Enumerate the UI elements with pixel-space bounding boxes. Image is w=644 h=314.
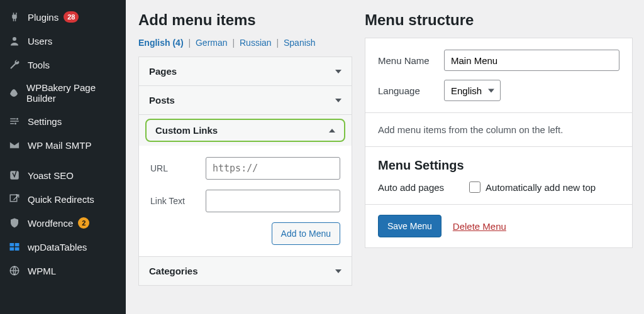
sidebar-item-label: Settings — [28, 116, 62, 127]
accordion-title: Pages — [149, 66, 177, 77]
svg-point-0 — [13, 37, 16, 41]
sidebar-item-settings[interactable]: Settings — [0, 109, 126, 133]
svg-point-2 — [14, 122, 16, 124]
custom-link-text-input[interactable] — [206, 190, 340, 212]
sidebar-item-wpdatatables[interactable]: wpDataTables — [0, 235, 126, 259]
language-option-spanish[interactable]: Spanish — [284, 38, 316, 48]
menu-actions-footer: Save Menu Delete Menu — [365, 204, 632, 247]
language-option-russian[interactable]: Russian — [240, 38, 272, 48]
chevron-up-icon — [329, 129, 335, 133]
shield-icon — [8, 217, 21, 229]
sidebar-item-label: Tools — [28, 60, 50, 70]
sidebar-item-users[interactable]: Users — [0, 29, 126, 53]
sidebar-item-label: WPML — [28, 266, 56, 276]
auto-add-pages-checkbox-label[interactable]: Automatically add new top — [469, 181, 596, 193]
add-to-menu-button[interactable]: Add to Menu — [272, 222, 340, 245]
plugins-update-badge: 28 — [64, 11, 79, 23]
sidebar-separator — [0, 157, 126, 163]
accordion-item-posts: Posts — [139, 85, 352, 114]
save-menu-button[interactable]: Save Menu — [378, 215, 441, 237]
svg-rect-6 — [15, 243, 19, 246]
accordion-toggle-custom-links[interactable]: Custom Links — [139, 115, 352, 146]
menu-items-accordion: Pages Posts Custom Links — [138, 57, 352, 286]
plug-icon — [8, 11, 21, 23]
svg-rect-5 — [10, 243, 14, 246]
menu-meta-section: Menu Name Language English — [365, 38, 632, 112]
language-option-english[interactable]: English (4) — [138, 38, 184, 48]
sidebar-item-tools[interactable]: Tools — [0, 53, 126, 77]
sidebar-item-plugins[interactable]: Plugins 28 — [0, 5, 126, 29]
sidebar-item-wordfence[interactable]: Wordfence 2 — [0, 211, 126, 235]
menu-language-select[interactable]: English — [444, 80, 501, 101]
yoast-icon — [8, 169, 21, 181]
auto-add-pages-checkbox[interactable] — [469, 181, 480, 193]
add-menu-items-column: Add menu items English (4) | German | Ru… — [138, 11, 352, 303]
admin-sidebar: Plugins 28 Users Tools WPBakery Page Bui… — [0, 0, 126, 314]
chevron-down-icon — [335, 269, 341, 273]
globe-icon — [8, 264, 21, 277]
svg-rect-7 — [10, 247, 14, 251]
menu-structure-column: Menu structure Menu Name Language Englis… — [365, 11, 633, 303]
menu-structure-heading: Menu structure — [365, 11, 633, 29]
menu-settings-heading: Menu Settings — [378, 158, 619, 173]
menu-empty-hint-section: Add menu items from the column on the le… — [365, 112, 632, 146]
custom-link-url-input[interactable] — [206, 157, 340, 180]
redirect-icon — [8, 193, 21, 205]
menu-name-input[interactable] — [444, 50, 619, 71]
accordion-toggle-categories[interactable]: Categories — [139, 257, 352, 285]
wordfence-notice-badge: 2 — [78, 217, 89, 229]
accordion-item-pages: Pages — [139, 57, 352, 85]
wpbakery-icon — [8, 87, 20, 99]
svg-rect-8 — [15, 247, 19, 251]
menu-language-label: Language — [378, 85, 444, 96]
user-icon — [8, 35, 21, 47]
sidebar-item-label: Yoast SEO — [28, 170, 74, 181]
language-switcher: English (4) | German | Russian | Spanish — [138, 38, 352, 48]
custom-links-body: URL Link Text Add to Menu — [139, 146, 352, 256]
mail-icon — [8, 139, 21, 151]
chevron-down-icon — [335, 70, 341, 73]
main-content: Add menu items English (4) | German | Ru… — [126, 0, 644, 314]
menu-empty-hint: Add menu items from the column on the le… — [378, 124, 619, 135]
chevron-down-icon — [335, 99, 341, 102]
wpdatatables-icon — [8, 241, 21, 253]
accordion-item-categories: Categories — [139, 256, 352, 285]
accordion-item-custom-links: Custom Links URL Link Text Add to Menu — [139, 114, 352, 256]
sidebar-item-label: WPBakery Page Builder — [26, 82, 118, 104]
sidebar-item-label: WP Mail SMTP — [28, 140, 91, 151]
sidebar-item-label: Users — [28, 36, 52, 46]
language-option-german[interactable]: German — [196, 38, 228, 48]
menu-settings-section: Menu Settings Auto add pages Automatical… — [365, 146, 632, 204]
sidebar-item-yoast[interactable]: Yoast SEO — [0, 163, 126, 187]
delete-menu-link[interactable]: Delete Menu — [453, 221, 506, 232]
sliders-icon — [8, 115, 21, 127]
sidebar-item-label: Wordfence — [28, 218, 73, 229]
accordion-title: Custom Links — [155, 125, 218, 136]
accordion-title: Posts — [149, 95, 175, 106]
svg-point-1 — [16, 118, 18, 120]
wrench-icon — [8, 58, 21, 71]
sidebar-item-wpml[interactable]: WPML — [0, 259, 126, 283]
sidebar-item-wpbakery[interactable]: WPBakery Page Builder — [0, 77, 126, 109]
sidebar-item-quickredirects[interactable]: Quick Redirects — [0, 187, 126, 211]
accordion-toggle-pages[interactable]: Pages — [139, 57, 352, 85]
sidebar-item-label: wpDataTables — [28, 242, 87, 252]
menu-structure-panel: Menu Name Language English Add menu item… — [365, 38, 633, 248]
sidebar-item-wpmailsmtp[interactable]: WP Mail SMTP — [0, 133, 126, 157]
auto-add-pages-checkbox-text: Automatically add new top — [486, 182, 596, 193]
sidebar-item-label: Plugins — [28, 12, 58, 23]
sidebar-item-label: Quick Redirects — [28, 194, 94, 205]
auto-add-pages-label: Auto add pages — [378, 182, 444, 193]
accordion-title: Categories — [149, 266, 198, 276]
add-menu-items-heading: Add menu items — [138, 11, 352, 29]
menu-name-label: Menu Name — [378, 55, 444, 66]
link-text-label: Link Text — [150, 196, 206, 206]
url-label: URL — [150, 163, 206, 173]
accordion-toggle-posts[interactable]: Posts — [139, 86, 352, 114]
